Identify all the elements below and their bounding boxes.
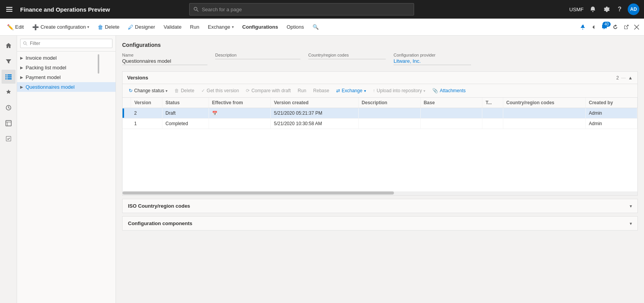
col-header-t[interactable]: T... bbox=[482, 98, 503, 108]
versions-count: 2 — ▲ bbox=[616, 75, 633, 81]
name-value: Questionnaires model bbox=[122, 58, 207, 65]
hamburger-menu-button[interactable] bbox=[5, 5, 14, 14]
trash-icon: 🗑 bbox=[174, 88, 179, 93]
tree-panel: ▶ Invoice model ▶ Packing list model ▶ P… bbox=[17, 36, 116, 303]
provider-value[interactable]: Litware, Inc. bbox=[394, 58, 471, 65]
close-button[interactable] bbox=[632, 23, 641, 31]
nav-star[interactable] bbox=[2, 85, 16, 99]
cell-base bbox=[420, 119, 482, 129]
cmd-right-buttons: 40 bbox=[578, 22, 641, 32]
compare-icon: ⟳ bbox=[246, 88, 250, 93]
table-container: Version Status Effective from Version cr… bbox=[123, 98, 637, 129]
iso-title: ISO Country/region codes bbox=[128, 203, 630, 209]
exchange-button[interactable]: Exchange ▾ bbox=[204, 22, 238, 32]
edit-icon: ✏️ bbox=[7, 24, 14, 30]
avatar: AD bbox=[628, 3, 639, 15]
back-button[interactable] bbox=[589, 22, 598, 32]
refresh-button[interactable] bbox=[611, 22, 620, 32]
scroll-thumb[interactable] bbox=[123, 191, 394, 195]
tree-item-packing[interactable]: ▶ Packing list model bbox=[17, 63, 116, 72]
table-row[interactable]: 2 Draft 📅 5/21/2020 05:21:37 PM Admin bbox=[123, 108, 637, 119]
iso-section-header[interactable]: ISO Country/region codes ▾ bbox=[123, 199, 637, 213]
search-input[interactable] bbox=[202, 7, 410, 12]
settings-button[interactable] bbox=[602, 5, 611, 14]
tree-item-payment[interactable]: ▶ Payment model bbox=[17, 72, 116, 82]
cell-version-created: 5/21/2020 10:30:58 AM bbox=[271, 119, 358, 129]
versions-table: Version Status Effective from Version cr… bbox=[123, 98, 637, 129]
options-button[interactable]: Options bbox=[283, 22, 308, 32]
table-row[interactable]: 1 Completed 5/21/2020 10:30:58 AM Admin bbox=[123, 119, 637, 129]
nav-home[interactable] bbox=[2, 39, 16, 53]
cell-status: Draft bbox=[162, 108, 209, 119]
svg-rect-14 bbox=[6, 121, 11, 126]
top-nav-right: USMF ? AD bbox=[569, 3, 639, 15]
top-nav: Finance and Operations Preview USMF ? AD bbox=[0, 0, 644, 19]
chevron-icon: ▶ bbox=[20, 65, 23, 70]
name-label: Name bbox=[122, 53, 207, 57]
versions-toolbar: ↻ Change status ▾ 🗑 Delete ✓ Get this ve… bbox=[123, 84, 637, 98]
col-header-base[interactable]: Base bbox=[420, 98, 482, 108]
search-cmd-button[interactable]: 🔍 bbox=[309, 22, 323, 32]
cell-status: Completed bbox=[162, 119, 209, 129]
horizontal-scroll-bar[interactable] bbox=[123, 191, 637, 195]
col-header-created-by[interactable]: Created by bbox=[585, 98, 637, 108]
app-title: Finance and Operations Preview bbox=[20, 6, 110, 13]
designer-button[interactable]: 🖊 Designer bbox=[124, 22, 159, 33]
tree-items-list: ▶ Invoice model ▶ Packing list model ▶ P… bbox=[17, 52, 116, 303]
tree-filter-input[interactable] bbox=[20, 39, 112, 48]
validate-button[interactable]: Validate bbox=[160, 22, 185, 32]
chevron-down-icon: ▾ bbox=[630, 221, 632, 226]
versions-collapse-button[interactable]: ▲ bbox=[628, 75, 633, 81]
help-button[interactable]: ? bbox=[616, 4, 623, 14]
chevron-icon: ▶ bbox=[20, 56, 23, 60]
col-header-status[interactable]: Status bbox=[162, 98, 209, 108]
cell-t bbox=[482, 119, 503, 129]
svg-rect-7 bbox=[5, 74, 7, 76]
tree-item-questionnaires[interactable]: ▶ Questionnaires model bbox=[17, 82, 116, 92]
country-label: Country/region codes bbox=[308, 53, 386, 57]
search-icon bbox=[193, 7, 199, 12]
user-label: USMF bbox=[569, 7, 584, 12]
message-badge: 40 bbox=[603, 22, 611, 27]
pin-button[interactable] bbox=[578, 22, 587, 32]
calendar-icon: 📅 bbox=[212, 111, 218, 115]
configurations-button[interactable]: Configurations bbox=[238, 22, 282, 32]
nav-recent[interactable] bbox=[2, 101, 16, 115]
cell-t bbox=[482, 108, 503, 119]
cell-version-created: 5/21/2020 05:21:37 PM bbox=[271, 108, 358, 119]
nav-list[interactable] bbox=[2, 70, 16, 84]
config-components-header[interactable]: Configuration components ▾ bbox=[123, 217, 637, 230]
delete-button[interactable]: 🗑 Delete bbox=[94, 22, 123, 33]
checkmark-icon: ✓ bbox=[201, 88, 205, 93]
search-bar[interactable] bbox=[189, 3, 414, 15]
attachment-icon: 📎 bbox=[432, 88, 438, 93]
cell-country-codes bbox=[503, 108, 585, 119]
change-status-button[interactable]: ↻ Change status ▾ bbox=[126, 86, 171, 95]
svg-rect-1 bbox=[6, 9, 12, 10]
cell-description bbox=[358, 108, 420, 119]
badge-container: 40 bbox=[600, 22, 609, 32]
notifications-button[interactable] bbox=[588, 5, 597, 14]
provider-field: Configuration provider Litware, Inc. bbox=[394, 53, 471, 65]
col-header-version-created[interactable]: Version created bbox=[271, 98, 358, 108]
svg-rect-0 bbox=[6, 7, 12, 8]
col-header-version[interactable]: Version bbox=[131, 98, 162, 108]
versions-delete-button: 🗑 Delete bbox=[171, 86, 197, 95]
nav-filter[interactable] bbox=[2, 54, 16, 68]
create-config-chevron: ▾ bbox=[87, 25, 89, 29]
run-button[interactable]: Run bbox=[186, 22, 203, 32]
attachments-button[interactable]: 📎 Attachments bbox=[429, 86, 469, 95]
tree-item-invoice[interactable]: ▶ Invoice model bbox=[17, 53, 116, 63]
cell-effective bbox=[209, 119, 271, 129]
edit-button[interactable]: ✏️ Edit bbox=[3, 22, 28, 33]
create-configuration-button[interactable]: ➕ Create configuration ▾ bbox=[28, 22, 93, 33]
svg-rect-10 bbox=[7, 76, 12, 77]
col-header-country-codes[interactable]: Country/region codes bbox=[503, 98, 585, 108]
nav-checklist[interactable] bbox=[2, 132, 16, 146]
description-field: Description bbox=[215, 53, 300, 65]
col-header-description[interactable]: Description bbox=[358, 98, 420, 108]
versions-exchange-button[interactable]: ⇄ Exchange ▾ bbox=[333, 86, 369, 95]
col-header-effective[interactable]: Effective from bbox=[209, 98, 271, 108]
nav-table[interactable] bbox=[2, 116, 16, 130]
open-external-button[interactable] bbox=[622, 22, 631, 32]
